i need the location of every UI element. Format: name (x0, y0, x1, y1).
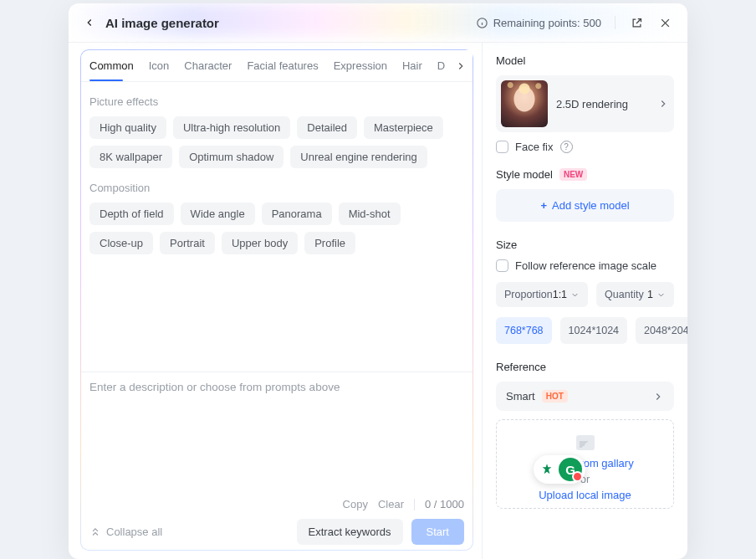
chip[interactable]: Ultra-high resolution (173, 116, 290, 139)
grammarly-icon: G (559, 458, 582, 481)
size-option[interactable]: 1024*1024 (560, 317, 627, 344)
chip[interactable]: Optimum shadow (179, 146, 284, 168)
model-thumbnail (501, 80, 548, 127)
chip[interactable]: Portrait (160, 232, 215, 254)
tab-expression[interactable]: Expression (334, 51, 387, 80)
chip[interactable]: High quality (89, 116, 166, 139)
tabs-next-button[interactable] (449, 50, 472, 81)
grammarly-widget[interactable]: G (534, 455, 585, 484)
chevron-right-icon (455, 60, 467, 72)
quantity-select[interactable]: Quantity 1 (596, 282, 674, 307)
chevron-right-icon (652, 391, 664, 403)
reference-upload-area[interactable]: Choose from gallary or Upload local imag… (496, 419, 674, 509)
chip[interactable]: Depth of field (89, 203, 174, 225)
info-icon (476, 17, 488, 29)
add-style-model-button[interactable]: + Add style model (496, 189, 674, 222)
chip[interactable]: Masterpiece (364, 116, 443, 139)
tab-common[interactable]: Common (89, 51, 134, 80)
face-fix-checkbox[interactable] (496, 141, 508, 153)
reference-section-title: Reference (496, 361, 674, 373)
chevron-right-icon (657, 98, 669, 110)
page-title: AI image generator (105, 16, 219, 30)
tab-overflow[interactable]: D (437, 51, 445, 80)
chip[interactable]: Wide angle (181, 203, 255, 225)
close-button[interactable] (657, 15, 672, 30)
size-option[interactable]: 2048*2048 (636, 317, 687, 344)
tab-icon[interactable]: Icon (149, 51, 170, 80)
chevron-down-icon (570, 290, 580, 300)
chip[interactable]: Profile (304, 232, 355, 254)
image-icon (576, 435, 595, 450)
collapse-icon (89, 526, 101, 538)
face-fix-label: Face fix (515, 141, 554, 153)
proportion-select[interactable]: Proportion 1:1 (496, 282, 588, 307)
reference-mode-value: Smart (506, 390, 535, 403)
group-picture-effects-chips: High quality Ultra-high resolution Detai… (89, 116, 464, 168)
model-section-title: Model (496, 54, 674, 67)
extract-keywords-button[interactable]: Extract keywords (297, 519, 403, 545)
back-button[interactable] (84, 17, 97, 28)
char-counter: 0 / 1000 (425, 498, 464, 510)
chip[interactable]: Upper body (222, 232, 298, 254)
remaining-points: Remaining points: 500 (476, 17, 601, 29)
size-option[interactable]: 768*768 (496, 317, 552, 344)
follow-reference-scale-label: Follow reference image scale (515, 259, 656, 272)
size-section-title: Size (496, 238, 674, 251)
copy-button[interactable]: Copy (343, 498, 368, 510)
help-icon[interactable]: ? (560, 141, 573, 153)
tab-character[interactable]: Character (184, 51, 232, 80)
tab-facial-features[interactable]: Facial features (247, 51, 318, 80)
description-input[interactable]: Enter a description or choose from promp… (89, 381, 464, 498)
collapse-all-button[interactable]: Collapse all (89, 526, 162, 538)
follow-reference-scale-checkbox[interactable] (496, 259, 508, 272)
group-picture-effects-title: Picture effects (89, 95, 464, 108)
chip[interactable]: Close-up (89, 232, 153, 254)
new-badge: NEW (559, 168, 587, 181)
open-external-button[interactable] (629, 15, 644, 30)
header: AI image generator Remaining points: 500 (69, 3, 687, 43)
chip[interactable]: Detailed (297, 116, 357, 139)
hot-badge: HOT (542, 390, 568, 403)
model-selector[interactable]: 2.5D rendering (496, 75, 674, 132)
start-button[interactable]: Start (411, 519, 464, 545)
chip[interactable]: 8K wallpaper (89, 146, 172, 168)
category-tabs: Common Icon Character Facial features Ex… (81, 50, 472, 82)
group-composition-title: Composition (89, 182, 464, 194)
style-section-title: Style model (496, 168, 553, 181)
chip[interactable]: Panorama (262, 203, 332, 225)
pin-icon (540, 463, 554, 476)
upload-local-image-link[interactable]: Upload local image (539, 489, 631, 501)
group-composition-chips: Depth of field Wide angle Panorama Mid-s… (89, 203, 464, 254)
chip[interactable]: Unreal engine rendering (290, 146, 427, 168)
reference-mode-selector[interactable]: Smart HOT (496, 382, 674, 411)
prompt-card: Common Icon Character Facial features Ex… (80, 49, 473, 551)
chip[interactable]: Mid-shot (339, 203, 401, 225)
model-name: 2.5D rendering (556, 98, 649, 110)
plus-icon: + (540, 199, 547, 212)
chevron-down-icon (656, 290, 666, 300)
clear-button[interactable]: Clear (378, 498, 404, 510)
tab-hair[interactable]: Hair (402, 51, 422, 80)
